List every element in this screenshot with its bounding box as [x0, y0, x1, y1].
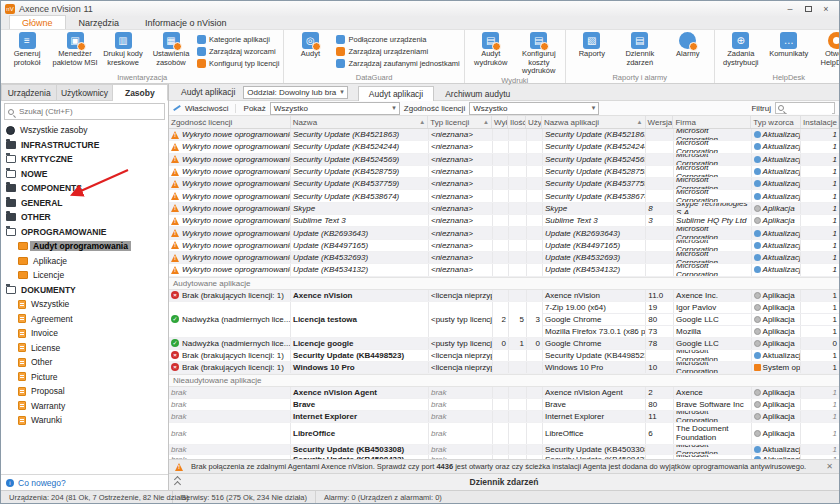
column-header-wyk[interactable]: Wyk: [492, 116, 508, 128]
table-row[interactable]: Wykryto nowe oprogramowanieSecurity Upda…: [169, 154, 839, 166]
tree-item-other[interactable]: Other: [1, 355, 168, 370]
table-row[interactable]: Wykryto nowe oprogramowanieSkype<nieznan…: [169, 203, 839, 215]
table-row[interactable]: Wykryto nowe oprogramowanieSecurity Upda…: [169, 129, 839, 141]
table-row[interactable]: Wykryto nowe oprogramowanieSecurity Upda…: [169, 178, 839, 190]
table-row[interactable]: Wykryto nowe oprogramowanieUpdate (KB269…: [169, 227, 839, 239]
tree-item-invoice[interactable]: Invoice: [1, 326, 168, 341]
column-header-typ-wzorca[interactable]: Typ wzorca: [751, 116, 801, 128]
ribbon-button-alarms[interactable]: Alarmy: [664, 31, 712, 59]
table-row[interactable]: Wykryto nowe oprogramowanieSecurity Upda…: [169, 166, 839, 178]
column-header-typ-licencji[interactable]: Typ licencji▲: [428, 116, 492, 128]
tree-item-warranty[interactable]: Warranty: [1, 399, 168, 414]
tree-item-wszystkie[interactable]: Wszystkie: [1, 297, 168, 312]
application-lines: Internet Explorer11Microsoft Corporation…: [543, 411, 839, 422]
ribbon-button-barcode-printer[interactable]: ▥Drukuj kody kreskowe: [99, 31, 147, 67]
application-line: Brave80Brave Software IncAplikacja1: [543, 399, 839, 410]
filter-input[interactable]: [787, 103, 832, 114]
tab-archiwum-audytu[interactable]: Archiwum audytu: [434, 86, 521, 101]
ribbon-button-app-categories[interactable]: Kategorie aplikacji: [197, 33, 279, 45]
ribbon-button-configure-license-type[interactable]: Konfiguruj typ licencji: [197, 57, 279, 69]
ribbon-button-manage-devices[interactable]: Zarządzaj urządzeniami: [336, 45, 459, 57]
ribbon-tab-narz-dzia[interactable]: Narzędzia: [66, 15, 133, 29]
ribbon-collapse-icon[interactable]: ^: [831, 62, 835, 71]
cell-name: Brave: [291, 399, 429, 410]
column-header-u-ytk[interactable]: Użytk: [526, 116, 542, 128]
ribbon-button-event-log[interactable]: ▤Dziennik zdarzeń: [616, 31, 664, 67]
table-row[interactable]: Wykryto nowe oprogramowanieSecurity Upda…: [169, 141, 839, 153]
tree-item-other[interactable]: OTHER: [1, 210, 168, 225]
tree-item-nowe[interactable]: NOWE: [1, 167, 168, 182]
ribbon-button-msi-packages[interactable]: ▣Menedżer pakietów MSI: [51, 31, 99, 67]
table-row[interactable]: brakSecurity Update (KB4503308)brakSecur…: [169, 445, 839, 455]
column-header-nazwa-aplikacji[interactable]: Nazwa aplikacji▲: [542, 116, 646, 128]
table-row[interactable]: brakInternet ExplorerbrakInternet Explor…: [169, 411, 839, 423]
column-header-nazwa[interactable]: Nazwa▲: [291, 116, 429, 128]
ribbon-button-messages[interactable]: …Komunikaty: [765, 31, 813, 59]
ribbon-button-distribution-tasks[interactable]: ⊕Zadania dystrybucji: [717, 31, 765, 67]
tree-item-wszystkie-zasoby[interactable]: Wszystkie zasoby: [1, 123, 168, 138]
search-input[interactable]: [17, 106, 161, 117]
column-header-wersja[interactable]: Wersja▲: [646, 116, 674, 128]
event-log-panel-header[interactable]: Dziennik zdarzeń: [169, 473, 839, 490]
table-row[interactable]: Wykryto nowe oprogramowanieUpdate (KB453…: [169, 252, 839, 264]
tree-item-warunki[interactable]: Warunki: [1, 413, 168, 428]
tab-audyt-aplikacji[interactable]: Audyt aplikacji: [358, 86, 434, 101]
show-combo[interactable]: Wszystko▾: [270, 102, 400, 115]
ribbon-button-manage-trusted-units[interactable]: Zarządzaj zaufanymi jednostkami: [336, 57, 459, 69]
expand-panel-icon[interactable]: [175, 477, 181, 483]
license-compliance-combo[interactable]: Wszystko▾: [469, 102, 599, 115]
column-header-firma[interactable]: Firma: [673, 116, 751, 128]
close-button[interactable]: ×: [817, 3, 835, 15]
cell-users: [527, 240, 543, 251]
tab-zasoby[interactable]: Zasoby: [113, 84, 168, 101]
ribbon-button-asset-settings[interactable]: ▦Ustawienia zasobów: [147, 31, 195, 67]
table-row[interactable]: Wykryto nowe oprogramowanieUpdate (KB453…: [169, 264, 839, 276]
column-header-zgodno-licencji[interactable]: Zgodność licencji: [169, 116, 291, 128]
table-row[interactable]: Wykryto nowe oprogramowanieSecurity Upda…: [169, 190, 839, 202]
ribbon-tab-informacje-o-nvision[interactable]: Informacje o nVision: [132, 15, 239, 29]
ribbon-tab-g-wne[interactable]: Główne: [9, 15, 66, 29]
ribbon-button-protocol[interactable]: ≡Generuj protokół: [3, 31, 51, 67]
ribbon-small-stack: Kategorie aplikacjiZarządzaj wzorcamiKon…: [195, 31, 281, 71]
table-row[interactable]: ×Brak (brakujących licencji: 1)Windows 1…: [169, 362, 839, 374]
tree-item-audyt-oprogramowania[interactable]: Audyt oprogramowania: [1, 239, 168, 254]
tree-item-components[interactable]: COMPONENTS: [1, 181, 168, 196]
tree-item-aplikacje[interactable]: Aplikacje: [1, 254, 168, 269]
whats-new-link[interactable]: Co nowego?: [18, 478, 66, 488]
table-row[interactable]: brakLibreOfficebrakLibreOffice6The Docum…: [169, 423, 839, 445]
column-header-instalacje[interactable]: Instalacje: [801, 116, 839, 128]
branch-combo[interactable]: Oddział: Dowolny lub bra▾: [243, 86, 347, 99]
tree-item-picture[interactable]: Picture: [1, 370, 168, 385]
minimize-button[interactable]: –: [781, 3, 799, 15]
table-row[interactable]: ✓Nadwyżka (nadmiernych lice...Licencja t…: [169, 302, 839, 338]
column-header-ilo[interactable]: Ilość: [508, 116, 526, 128]
tree-item-krytyczne[interactable]: KRYTYCZNE: [1, 152, 168, 167]
tree-item-agreement[interactable]: Agreement: [1, 312, 168, 327]
ribbon-button-audit[interactable]: ◎Audyt: [286, 31, 334, 59]
maximize-button[interactable]: [799, 3, 817, 15]
tree-item-licencje[interactable]: Licencje: [1, 268, 168, 283]
ribbon-button-configure-print-costs[interactable]: ▤Konfiguruj koszty wydruków: [515, 31, 563, 76]
tree-item-general[interactable]: GENERAL: [1, 196, 168, 211]
warning-close-icon[interactable]: ✕: [826, 462, 833, 471]
ribbon-button-print-audit[interactable]: ▤Audyt wydruków: [467, 31, 515, 67]
tree-item-infrastructure[interactable]: INFRASTRUCTURE: [1, 138, 168, 153]
ribbon-button-connected-devices[interactable]: Podłączone urządzenia: [336, 33, 459, 45]
table-row[interactable]: Wykryto nowe oprogramowanieSublime Text …: [169, 215, 839, 227]
tree-item-proposal[interactable]: Proposal: [1, 384, 168, 399]
tree-item-dokumenty[interactable]: DOKUMENTY: [1, 283, 168, 298]
table-row[interactable]: ×Brak (brakujących licencji: 1)Axence nV…: [169, 290, 839, 302]
table-row[interactable]: Wykryto nowe oprogramowanieUpdate (KB449…: [169, 240, 839, 252]
table-row[interactable]: ✓Nadwyżka (nadmiernych lice...Licencje g…: [169, 338, 839, 350]
table-row[interactable]: brakAxence nVision AgentbrakAxence nVisi…: [169, 387, 839, 399]
table-row[interactable]: ×Brak (brakujących licencji: 1)Security …: [169, 350, 839, 362]
ribbon-button-reports[interactable]: ▧Raporty: [568, 31, 616, 59]
tree-item-license[interactable]: License: [1, 341, 168, 356]
properties-button[interactable]: Właściwości: [173, 104, 236, 113]
tab-u-ytkownicy[interactable]: Użytkownicy: [57, 84, 112, 101]
ribbon-button-manage-patterns[interactable]: Zarządzaj wzorcami: [197, 45, 279, 57]
tab-urz-dzenia[interactable]: Urządzenia: [1, 84, 57, 101]
ribbon-button-open-helpdesk[interactable]: Otwórz HelpDesk: [813, 31, 840, 67]
table-row[interactable]: brakBravebrakBrave80Brave Software IncAp…: [169, 399, 839, 411]
tree-item-oprogramowanie[interactable]: OPROGRAMOWANIE: [1, 225, 168, 240]
